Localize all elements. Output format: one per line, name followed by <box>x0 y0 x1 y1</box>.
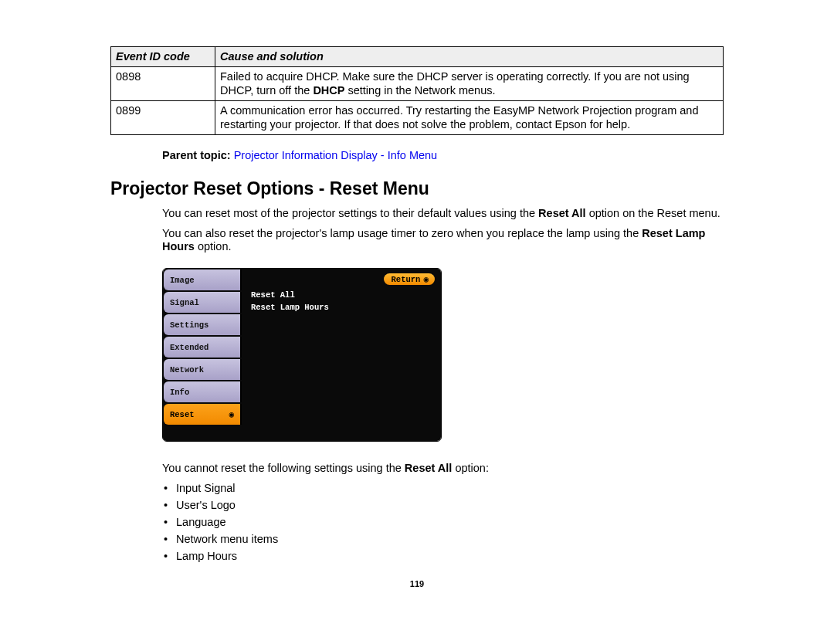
parent-topic: Parent topic: Projector Information Disp… <box>162 149 724 161</box>
table-row: 0898 Failed to acquire DHCP. Make sure t… <box>111 67 724 101</box>
cell-code: 0899 <box>111 101 215 135</box>
table-row: 0899 A communication error has occurred.… <box>111 101 724 135</box>
osd-tab-reset[interactable]: Reset ◉ <box>164 404 242 425</box>
enter-icon: ◉ <box>423 274 429 284</box>
table-header-cause: Cause and solution <box>215 47 724 67</box>
osd-item-reset-all[interactable]: Reset All <box>248 289 435 301</box>
osd-item-reset-lamp-hours[interactable]: Reset Lamp Hours <box>248 301 435 314</box>
osd-tab-info[interactable]: Info <box>164 381 242 402</box>
osd-sidebar: Image Signal Settings Extended Network I… <box>163 269 242 441</box>
osd-tab-settings[interactable]: Settings <box>164 314 242 335</box>
list-item: Input Signal <box>162 482 724 494</box>
osd-content-panel: Return ◉ Reset All Reset Lamp Hours <box>242 269 441 441</box>
osd-tab-network[interactable]: Network <box>164 359 242 380</box>
reset-exclusion-list: Input Signal User's Logo Language Networ… <box>162 482 724 562</box>
osd-tab-reset-label: Reset <box>170 410 195 419</box>
document-page: Event ID code Cause and solution 0898 Fa… <box>0 0 834 612</box>
table-header-code: Event ID code <box>111 47 215 67</box>
cell-cause: Failed to acquire DHCP. Make sure the DH… <box>215 67 724 101</box>
list-item: Lamp Hours <box>162 550 724 562</box>
paragraph-3: You cannot reset the following settings … <box>162 462 724 476</box>
page-number: 119 <box>110 579 724 588</box>
paragraph-2: You can also reset the projector's lamp … <box>162 227 724 254</box>
list-item: User's Logo <box>162 499 724 511</box>
cell-code: 0898 <box>111 67 215 101</box>
section-heading: Projector Reset Options - Reset Menu <box>110 178 724 199</box>
parent-topic-link[interactable]: Projector Information Display - Info Men… <box>234 149 438 161</box>
list-item: Language <box>162 516 724 528</box>
cell-cause: A communication error has occurred. Try … <box>215 101 724 135</box>
list-item: Network menu items <box>162 533 724 545</box>
osd-return-button[interactable]: Return ◉ <box>384 273 435 285</box>
osd-tab-signal[interactable]: Signal <box>164 292 242 313</box>
osd-tab-extended[interactable]: Extended <box>164 337 242 358</box>
osd-return-label: Return <box>392 275 421 284</box>
enter-icon: ◉ <box>229 409 234 419</box>
osd-tab-image[interactable]: Image <box>164 269 242 290</box>
event-id-table: Event ID code Cause and solution 0898 Fa… <box>110 46 724 135</box>
paragraph-1: You can reset most of the projector sett… <box>162 207 724 221</box>
parent-topic-label: Parent topic: <box>162 149 231 161</box>
projector-osd-menu: Image Signal Settings Extended Network I… <box>162 268 442 442</box>
